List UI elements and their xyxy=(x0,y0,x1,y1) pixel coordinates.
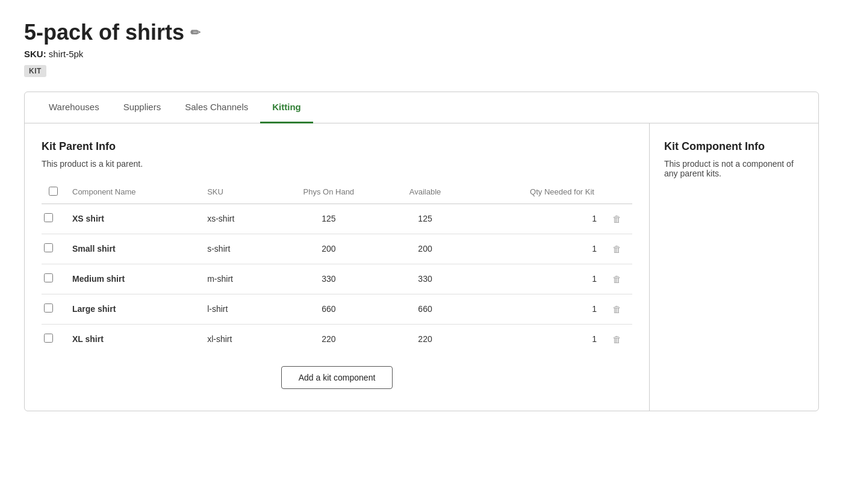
row-phys-1: 125 xyxy=(272,204,385,234)
col-phys-on-hand: Phys On Hand xyxy=(272,182,385,204)
product-title: 5-pack of shirts ✏ xyxy=(24,19,819,45)
table-row: XL shirt xl-shirt 220 220 1 🗑 xyxy=(42,324,632,354)
sku-value: shirt-5pk xyxy=(49,49,84,59)
row-qty-3: 1 xyxy=(465,264,602,294)
delete-row-button-2[interactable]: 🗑 xyxy=(609,243,625,255)
col-sku: SKU xyxy=(200,182,272,204)
row-delete-cell-4: 🗑 xyxy=(602,294,632,324)
delete-row-button-4[interactable]: 🗑 xyxy=(609,303,625,316)
select-all-checkbox[interactable] xyxy=(49,187,58,196)
kit-component-title: Kit Component Info xyxy=(664,140,804,153)
sku-line: SKU: shirt-5pk xyxy=(24,49,819,59)
delete-row-button-1[interactable]: 🗑 xyxy=(609,213,625,225)
row-delete-cell-2: 🗑 xyxy=(602,234,632,264)
tab-sales-channels[interactable]: Sales Channels xyxy=(173,92,260,123)
kit-parent-title: Kit Parent Info xyxy=(42,140,632,153)
row-qty-5: 1 xyxy=(465,324,602,354)
kit-parent-subtitle: This product is a kit parent. xyxy=(42,159,632,169)
kit-components-table: Component Name SKU Phys On Hand Availabl… xyxy=(42,182,632,354)
delete-row-button-5[interactable]: 🗑 xyxy=(609,333,625,346)
row-avail-3: 330 xyxy=(385,264,465,294)
card-body: Kit Parent Info This product is a kit pa… xyxy=(25,123,818,411)
row-sku-2: s-shirt xyxy=(200,234,272,264)
row-avail-4: 660 xyxy=(385,294,465,324)
col-component-name: Component Name xyxy=(65,182,200,204)
row-delete-cell-1: 🗑 xyxy=(602,204,632,234)
tab-kitting[interactable]: Kitting xyxy=(260,92,313,123)
row-avail-5: 220 xyxy=(385,324,465,354)
table-row: Small shirt s-shirt 200 200 1 🗑 xyxy=(42,234,632,264)
row-name-2: Small shirt xyxy=(65,234,200,264)
row-name-3: Medium shirt xyxy=(65,264,200,294)
row-name-1: XS shirt xyxy=(65,204,200,234)
row-checkbox-1[interactable] xyxy=(44,213,53,222)
row-checkbox-3[interactable] xyxy=(44,273,53,282)
add-component-row: Add a kit component xyxy=(42,354,632,394)
row-phys-4: 660 xyxy=(272,294,385,324)
row-avail-1: 125 xyxy=(385,204,465,234)
tab-warehouses[interactable]: Warehouses xyxy=(37,92,111,123)
row-delete-cell-5: 🗑 xyxy=(602,324,632,354)
row-avail-2: 200 xyxy=(385,234,465,264)
row-qty-2: 1 xyxy=(465,234,602,264)
delete-row-button-3[interactable]: 🗑 xyxy=(609,273,625,285)
row-checkbox-5[interactable] xyxy=(44,334,53,343)
row-phys-3: 330 xyxy=(272,264,385,294)
table-row: XS shirt xs-shirt 125 125 1 🗑 xyxy=(42,204,632,234)
table-row: Medium shirt m-shirt 330 330 1 🗑 xyxy=(42,264,632,294)
row-checkbox-4[interactable] xyxy=(44,303,53,313)
kit-parent-section: Kit Parent Info This product is a kit pa… xyxy=(25,123,650,411)
row-sku-5: xl-shirt xyxy=(200,324,272,354)
row-name-4: Large shirt xyxy=(65,294,200,324)
row-phys-2: 200 xyxy=(272,234,385,264)
row-delete-cell-3: 🗑 xyxy=(602,264,632,294)
main-card: Warehouses Suppliers Sales Channels Kitt… xyxy=(24,92,819,411)
row-sku-3: m-shirt xyxy=(200,264,272,294)
row-qty-1: 1 xyxy=(465,204,602,234)
sku-label: SKU: xyxy=(24,49,46,59)
kit-badge: KIT xyxy=(24,65,46,77)
row-name-5: XL shirt xyxy=(65,324,200,354)
table-row: Large shirt l-shirt 660 660 1 🗑 xyxy=(42,294,632,324)
row-checkbox-2[interactable] xyxy=(44,243,53,252)
row-sku-1: xs-shirt xyxy=(200,204,272,234)
row-phys-5: 220 xyxy=(272,324,385,354)
product-title-text: 5-pack of shirts xyxy=(24,19,184,45)
row-qty-4: 1 xyxy=(465,294,602,324)
tabs-bar: Warehouses Suppliers Sales Channels Kitt… xyxy=(25,92,818,123)
tab-suppliers[interactable]: Suppliers xyxy=(111,92,173,123)
page-header: 5-pack of shirts ✏ SKU: shirt-5pk KIT xyxy=(24,19,819,77)
kit-component-subtitle: This product is not a component of any p… xyxy=(664,159,804,178)
kit-component-section: Kit Component Info This product is not a… xyxy=(650,123,818,411)
row-sku-4: l-shirt xyxy=(200,294,272,324)
col-available: Available xyxy=(385,182,465,204)
add-kit-component-button[interactable]: Add a kit component xyxy=(281,366,393,389)
col-qty-needed: Qty Needed for Kit xyxy=(465,182,602,204)
edit-icon[interactable]: ✏ xyxy=(190,25,201,40)
